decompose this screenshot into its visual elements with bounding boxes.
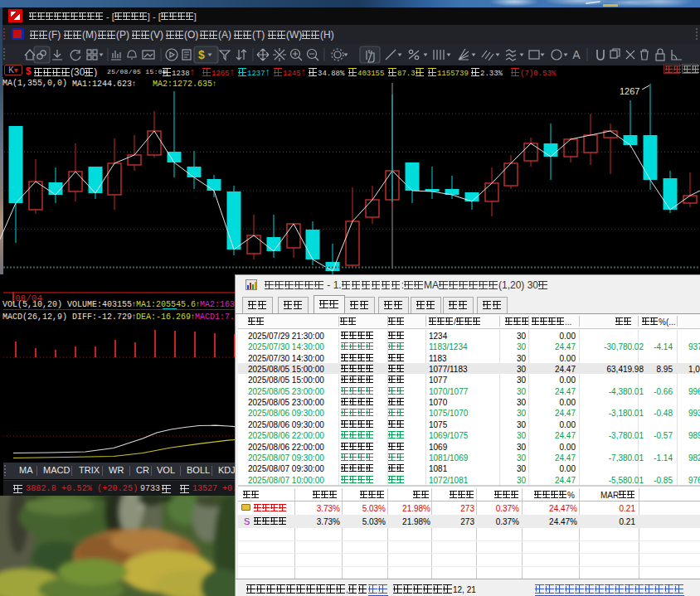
svg-text:1267: 1267 (620, 86, 639, 96)
svg-text:$: $ (198, 48, 205, 61)
svg-text:A: A (572, 48, 581, 61)
